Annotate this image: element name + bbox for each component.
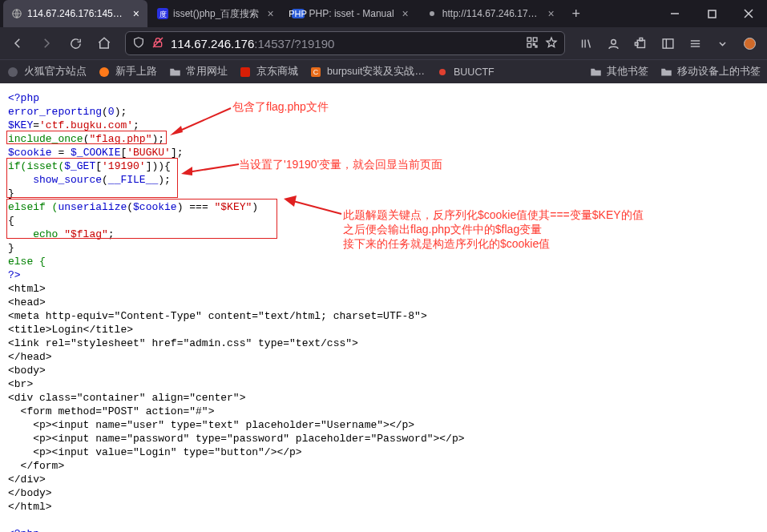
svg-line-33 bbox=[290, 200, 341, 214]
bookmarks-bar: 火狐官方站点 新手上路 常用网址 京东商城 Cburpsuit安装及实战… BU… bbox=[0, 59, 767, 83]
window-controls bbox=[656, 0, 767, 27]
bookmark-folder-other[interactable]: 其他书签 bbox=[589, 65, 648, 79]
lock-insecure-icon[interactable] bbox=[151, 36, 164, 51]
tab-1[interactable]: 114.67.246.176:14537/?1… × bbox=[3, 0, 147, 27]
bookmark-label: 常用网址 bbox=[186, 65, 228, 79]
extensions-icon[interactable] bbox=[628, 30, 653, 56]
close-icon[interactable]: × bbox=[548, 7, 555, 20]
code-line: <p><input name="user" type="text" placeh… bbox=[8, 418, 762, 432]
svg-line-31 bbox=[188, 164, 239, 172]
url-bar[interactable]: 114.67.246.176:14537/?19190 bbox=[125, 31, 565, 55]
window-titlebar: 114.67.246.176:14537/?1… × 度 isset()php_… bbox=[0, 0, 767, 27]
close-icon[interactable]: × bbox=[267, 7, 273, 20]
bookmark-item[interactable]: 京东商城 bbox=[239, 65, 298, 79]
bookmark-label: 火狐官方站点 bbox=[24, 65, 87, 79]
bookmark-label: BUUCTF bbox=[454, 66, 495, 78]
arrow-3 bbox=[282, 194, 343, 224]
code-line: </div> bbox=[8, 473, 762, 486]
code-line: <div class="container" align="center"> bbox=[8, 391, 762, 405]
code-line: <head> bbox=[8, 296, 762, 309]
svg-rect-12 bbox=[533, 43, 535, 45]
svg-marker-34 bbox=[284, 195, 297, 207]
svg-point-28 bbox=[99, 67, 109, 77]
code-line: <form method="POST" action="#"> bbox=[8, 405, 762, 418]
c-icon: C bbox=[309, 66, 322, 79]
code-line bbox=[8, 514, 762, 527]
ext1-icon[interactable] bbox=[737, 30, 762, 56]
close-window-button[interactable] bbox=[730, 0, 767, 27]
code-line: <meta http-equiv="Content-Type" content=… bbox=[8, 309, 762, 323]
bookmark-folder-mobile[interactable]: 移动设备上的书签 bbox=[660, 65, 761, 79]
svg-rect-21 bbox=[663, 38, 673, 47]
svg-rect-10 bbox=[533, 38, 537, 42]
maximize-button[interactable] bbox=[693, 0, 730, 27]
php-icon: PHP bbox=[292, 9, 305, 18]
url-text[interactable]: 114.67.246.176:14537/?19190 bbox=[171, 37, 519, 50]
bookmark-item[interactable]: BUUCTF bbox=[436, 66, 495, 79]
reload-button[interactable] bbox=[63, 30, 88, 56]
close-icon[interactable]: × bbox=[133, 7, 139, 20]
svg-rect-19 bbox=[640, 38, 643, 41]
bookmark-label: 新手上路 bbox=[115, 65, 157, 79]
firefox-icon bbox=[6, 66, 19, 79]
overflow-icon[interactable] bbox=[709, 30, 735, 56]
svg-rect-11 bbox=[527, 43, 531, 47]
new-tab-button[interactable]: + bbox=[564, 0, 588, 27]
url-host: 114.67.246.176 bbox=[171, 37, 254, 50]
tab-2[interactable]: 度 isset()php_百度搜索 × bbox=[149, 0, 282, 27]
code-line: $KEY='ctf.bugku.com'; bbox=[8, 119, 762, 132]
page-icon bbox=[426, 8, 438, 19]
code-line: show_source(__FILE__); bbox=[8, 173, 762, 187]
code-include: include_once("flag.php"); bbox=[8, 132, 762, 146]
bookmark-label: 移动设备上的书签 bbox=[677, 65, 761, 79]
code-line: } bbox=[8, 187, 762, 200]
library-icon[interactable] bbox=[573, 30, 599, 56]
minimize-button[interactable] bbox=[656, 0, 693, 27]
home-button[interactable] bbox=[91, 30, 117, 56]
bookmark-item[interactable]: 新手上路 bbox=[98, 65, 157, 79]
firefox-color-icon bbox=[98, 66, 111, 79]
svg-rect-9 bbox=[527, 38, 531, 42]
back-button[interactable] bbox=[5, 30, 30, 56]
nav-toolbar: 114.67.246.176:14537/?19190 bbox=[0, 27, 767, 59]
close-icon[interactable]: × bbox=[402, 7, 409, 20]
red-dot-icon bbox=[436, 66, 449, 79]
code-line: <br> bbox=[8, 377, 762, 391]
bookmark-star-icon[interactable] bbox=[545, 36, 558, 51]
bookmark-label: 其他书签 bbox=[607, 65, 648, 79]
bookmark-item[interactable]: Cburpsuit安装及实战… bbox=[309, 65, 425, 79]
svg-text:度: 度 bbox=[159, 10, 167, 18]
tab-3[interactable]: PHP PHP: isset - Manual × bbox=[284, 0, 417, 27]
annotation-2: 当设置了'19190'变量，就会回显当前页面 bbox=[239, 157, 442, 171]
arrow-2 bbox=[180, 159, 240, 181]
svg-marker-30 bbox=[170, 126, 183, 135]
bookmark-folder[interactable]: 常用网址 bbox=[168, 65, 228, 79]
sidebar-icon[interactable] bbox=[655, 30, 680, 56]
globe-icon bbox=[11, 8, 22, 19]
forward-button[interactable] bbox=[34, 30, 59, 56]
annotation-3-line2: 之后便会输出flag.php文件中的$flag变量 bbox=[343, 222, 644, 236]
folder-icon bbox=[660, 66, 672, 79]
code-line: error_reporting(0); bbox=[8, 105, 762, 119]
tab-label: http://114.67.246.176:14… bbox=[442, 8, 540, 19]
annotation-3-line1: 此题解题关键点，反序列化$cookie值使其===变量$KEY的值 bbox=[343, 208, 644, 222]
svg-line-29 bbox=[176, 108, 231, 132]
baidu-icon: 度 bbox=[157, 8, 168, 19]
tab-label: isset()php_百度搜索 bbox=[173, 7, 259, 21]
arrow-1 bbox=[168, 106, 232, 142]
annotation-3: 此题解题关键点，反序列化$cookie值使其===变量$KEY的值 之后便会输出… bbox=[343, 208, 644, 251]
svg-rect-4 bbox=[708, 10, 716, 18]
svg-rect-20 bbox=[635, 42, 638, 46]
svg-rect-13 bbox=[535, 46, 537, 47]
svg-point-17 bbox=[611, 39, 616, 44]
tab-label: PHP: isset - Manual bbox=[309, 8, 394, 19]
code-line: else { bbox=[8, 255, 762, 268]
menu-icon[interactable] bbox=[682, 30, 708, 56]
tab-4[interactable]: http://114.67.246.176:14… × bbox=[418, 0, 563, 27]
bookmark-item[interactable]: 火狐官方站点 bbox=[6, 65, 87, 79]
code-line: </form> bbox=[8, 459, 762, 473]
account-icon[interactable] bbox=[600, 30, 626, 56]
qr-icon[interactable] bbox=[526, 36, 539, 51]
svg-point-27 bbox=[8, 67, 18, 77]
shield-icon[interactable] bbox=[132, 36, 145, 51]
